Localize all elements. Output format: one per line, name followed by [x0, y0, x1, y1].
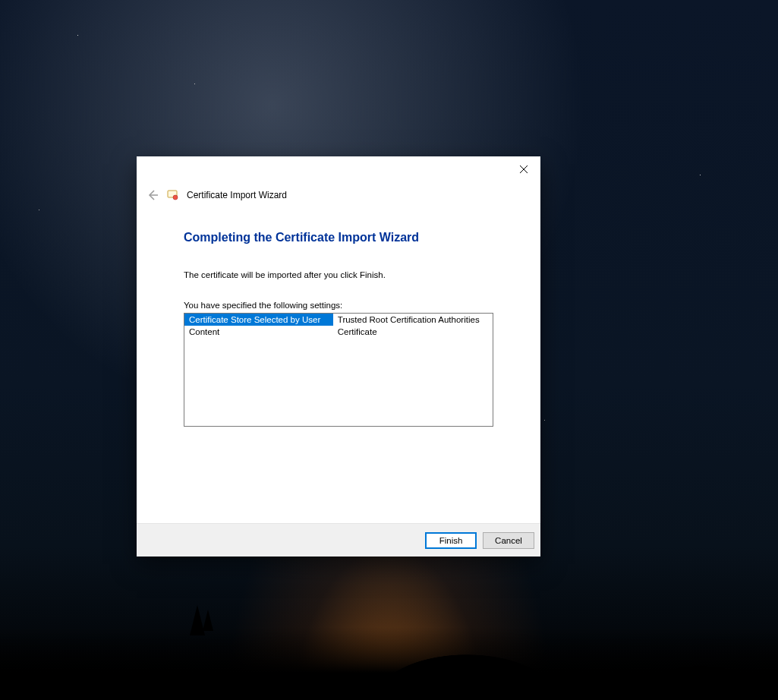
certificate-icon	[167, 189, 179, 201]
wizard-heading: Completing the Certificate Import Wizard	[184, 231, 493, 244]
table-row[interactable]: ContentCertificate	[184, 326, 493, 338]
wizard-content: Completing the Certificate Import Wizard…	[137, 202, 540, 523]
back-button[interactable]	[146, 188, 159, 202]
settings-listbox[interactable]: Certificate Store Selected by UserTruste…	[184, 313, 493, 427]
wizard-body-text: The certificate will be imported after y…	[184, 270, 493, 279]
horizon-silhouette	[0, 609, 778, 700]
settings-value: Certificate	[333, 326, 493, 338]
svg-point-4	[173, 195, 178, 200]
back-arrow-icon	[146, 189, 159, 201]
trees-silhouette	[190, 605, 211, 635]
settings-table: Certificate Store Selected by UserTruste…	[184, 314, 493, 338]
close-icon	[520, 166, 528, 173]
settings-intro: You have specified the following setting…	[184, 301, 493, 310]
settings-value: Trusted Root Certification Authorities	[333, 314, 493, 326]
wizard-title: Certificate Import Wizard	[187, 190, 287, 200]
dialog-footer: Finish Cancel	[137, 523, 540, 557]
dialog-header-row: Certificate Import Wizard	[137, 182, 540, 202]
finish-button[interactable]: Finish	[425, 532, 477, 549]
table-row[interactable]: Certificate Store Selected by UserTruste…	[184, 314, 493, 326]
certificate-import-wizard-dialog: Certificate Import Wizard Completing the…	[137, 156, 540, 557]
settings-key: Content	[184, 326, 333, 338]
settings-key: Certificate Store Selected by User	[184, 314, 333, 326]
desktop-background: Certificate Import Wizard Completing the…	[0, 0, 778, 700]
cancel-button[interactable]: Cancel	[483, 532, 534, 549]
dialog-titlebar	[137, 156, 540, 182]
close-button[interactable]	[507, 156, 540, 182]
